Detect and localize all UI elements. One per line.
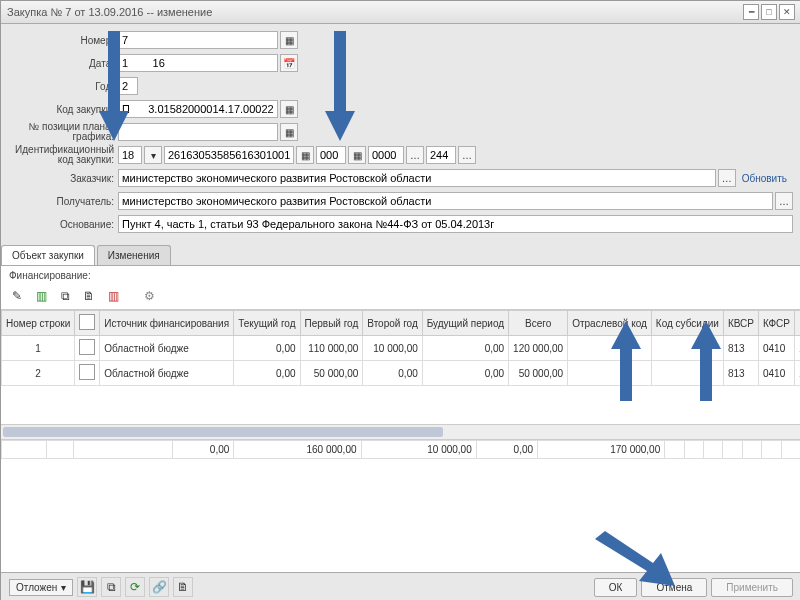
basis-field[interactable] [118, 215, 793, 233]
id-seg2-field[interactable] [164, 146, 294, 164]
label-date: Дата: [9, 58, 118, 69]
maximize-button[interactable]: □ [761, 4, 777, 20]
tab-object[interactable]: Объект закупки [1, 245, 95, 265]
col-kvsr[interactable]: КВСР [723, 311, 758, 336]
titlebar: Закупка № 7 от 13.09.2016 -- изменение ━… [1, 1, 800, 24]
col-future[interactable]: Будущий период [422, 311, 508, 336]
bottom-bar: Отложен▾ 💾 ⧉ ⟳ 🔗 🗎 ОК Отмена Применить [1, 572, 800, 600]
date-field[interactable] [118, 54, 278, 72]
tab-bar: Объект закупки Изменения [1, 245, 800, 266]
select-all-checkbox[interactable] [79, 314, 95, 330]
calendar-icon[interactable]: 📅 [280, 54, 298, 72]
label-recipient: Получатель: [9, 196, 118, 207]
label-number: Номер: [9, 35, 118, 46]
total-fut: 0,00 [476, 440, 537, 458]
id-seg5-dots-icon[interactable]: … [458, 146, 476, 164]
total-all: 170 000,00 [538, 440, 665, 458]
number-field[interactable] [118, 31, 278, 49]
col-total[interactable]: Всего [509, 311, 568, 336]
copy-icon[interactable]: ⧉ [55, 286, 75, 306]
label-year: Год: [9, 81, 118, 92]
purchase-code-picker-icon[interactable]: ▦ [280, 100, 298, 118]
customer-field[interactable] [118, 169, 716, 187]
close-button[interactable]: ✕ [779, 4, 795, 20]
id-seg4-field[interactable] [368, 146, 404, 164]
col-source[interactable]: Источник финансирования [100, 311, 234, 336]
save-icon[interactable]: 💾 [77, 577, 97, 597]
id-seg4-dots-icon[interactable]: … [406, 146, 424, 164]
recipient-field[interactable] [118, 192, 773, 210]
label-id-code: Идентификационный код закупки: [9, 145, 118, 165]
purchase-code-field[interactable] [118, 100, 278, 118]
col-second-year[interactable]: Второй год [363, 311, 422, 336]
col-checkbox[interactable] [75, 311, 100, 336]
year-field[interactable] [118, 77, 138, 95]
totals-row: 0,00 160 000,00 10 000,00 0,00 170 000,0… [1, 439, 800, 459]
purchase-window: Закупка № 7 от 13.09.2016 -- изменение ━… [0, 0, 800, 600]
refresh-link[interactable]: Обновить [736, 173, 793, 184]
col-subsidy[interactable]: Код субсидии [651, 311, 723, 336]
form-area: Номер: ▦ Дата: 📅 Год: Код закупки: ▦ № п… [1, 24, 800, 241]
col-current-year[interactable]: Текущий год [234, 311, 300, 336]
col-industry[interactable]: Отраслевой код [568, 311, 652, 336]
plan-position-field[interactable] [118, 123, 278, 141]
note-icon[interactable]: 🗎 [173, 577, 193, 597]
gear-icon[interactable]: ⚙ [139, 286, 159, 306]
plan-position-picker-icon[interactable]: ▦ [280, 123, 298, 141]
ok-button[interactable]: ОК [594, 578, 638, 597]
label-basis: Основание: [9, 219, 118, 230]
id-seg1-dropdown-icon[interactable]: ▾ [144, 146, 162, 164]
total-y1: 160 000,00 [234, 440, 361, 458]
status-dropdown[interactable]: Отложен▾ [9, 579, 73, 596]
row-checkbox[interactable] [79, 364, 95, 380]
apply-button[interactable]: Применить [711, 578, 793, 597]
id-seg3-picker-icon[interactable]: ▦ [348, 146, 366, 164]
col-kcsr[interactable]: КЦСР [794, 311, 800, 336]
label-purchase-code: Код закупки: [9, 104, 118, 115]
number-picker-icon[interactable]: ▦ [280, 31, 298, 49]
doc-icon[interactable]: 🗎 [79, 286, 99, 306]
col-row-no[interactable]: Номер строки [2, 311, 75, 336]
label-plan-position: № позиции плана-графика: [9, 122, 118, 142]
delete-icon[interactable]: ▥ [103, 286, 123, 306]
tab-changes[interactable]: Изменения [97, 245, 171, 265]
edit-icon[interactable]: ✎ [7, 286, 27, 306]
recipient-dots-icon[interactable]: … [775, 192, 793, 210]
window-title: Закупка № 7 от 13.09.2016 -- изменение [7, 6, 212, 18]
total-cy: 0,00 [173, 440, 234, 458]
customer-dots-icon[interactable]: … [718, 169, 736, 187]
reload-icon[interactable]: ⟳ [125, 577, 145, 597]
link-icon[interactable]: 🔗 [149, 577, 169, 597]
cancel-button[interactable]: Отмена [641, 578, 707, 597]
copy2-icon[interactable]: ⧉ [101, 577, 121, 597]
label-customer: Заказчик: [9, 173, 118, 184]
financing-grid: Номер строки Источник финансирования Тек… [1, 309, 800, 424]
id-seg2-picker-icon[interactable]: ▦ [296, 146, 314, 164]
row-checkbox[interactable] [79, 339, 95, 355]
scrollbar-thumb[interactable] [3, 427, 443, 437]
total-y2: 10 000,00 [361, 440, 476, 458]
table-row[interactable]: 2Областной бюдже0,0050 000,000,000,0050 … [2, 361, 801, 386]
chevron-down-icon: ▾ [61, 582, 66, 593]
grid-toolbar: ✎ ▥ ⧉ 🗎 ▥ ⚙ [1, 283, 800, 309]
col-first-year[interactable]: Первый год [300, 311, 363, 336]
id-seg5-field[interactable] [426, 146, 456, 164]
horizontal-scrollbar[interactable] [1, 424, 800, 439]
id-seg3-field[interactable] [316, 146, 346, 164]
table-row[interactable]: 1Областной бюдже0,00110 000,0010 000,000… [2, 336, 801, 361]
minimize-button[interactable]: ━ [743, 4, 759, 20]
id-seg1-field[interactable] [118, 146, 142, 164]
add-icon[interactable]: ▥ [31, 286, 51, 306]
financing-label: Финансирование: [1, 266, 800, 283]
col-kfsr[interactable]: КФСР [759, 311, 795, 336]
